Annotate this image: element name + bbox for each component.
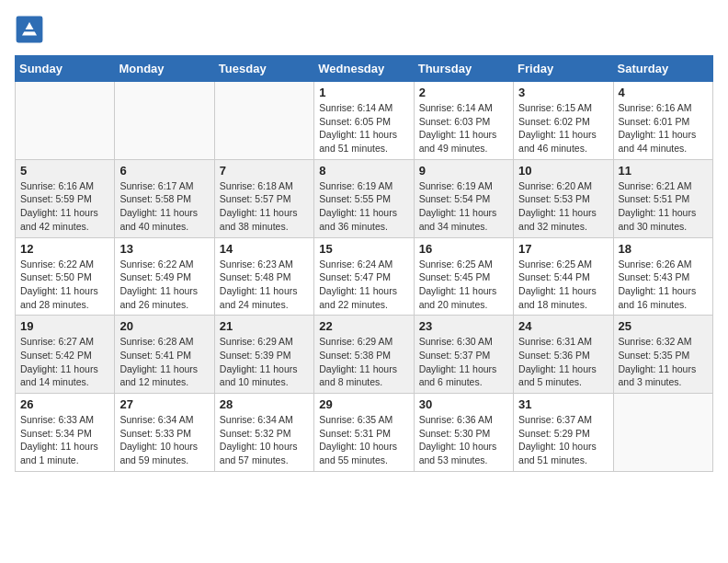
- calendar-cell: 16Sunrise: 6:25 AM Sunset: 5:45 PM Dayli…: [414, 237, 513, 316]
- calendar-cell: 24Sunrise: 6:31 AM Sunset: 5:36 PM Dayli…: [514, 316, 613, 394]
- day-info: Sunrise: 6:18 AM Sunset: 5:57 PM Dayligh…: [220, 179, 309, 234]
- calendar-table: SundayMondayTuesdayWednesdayThursdayFrid…: [15, 55, 713, 472]
- day-number: 4: [619, 86, 708, 99]
- calendar-week-row: 1Sunrise: 6:14 AM Sunset: 6:05 PM Daylig…: [16, 82, 713, 160]
- calendar-cell: 15Sunrise: 6:24 AM Sunset: 5:47 PM Dayli…: [314, 237, 414, 316]
- day-info: Sunrise: 6:34 AM Sunset: 5:33 PM Dayligh…: [119, 413, 209, 467]
- calendar-cell: 26Sunrise: 6:33 AM Sunset: 5:34 PM Dayli…: [16, 394, 115, 472]
- day-number: 31: [518, 397, 608, 411]
- calendar-week-row: 26Sunrise: 6:33 AM Sunset: 5:34 PM Dayli…: [16, 394, 713, 472]
- day-info: Sunrise: 6:17 AM Sunset: 5:58 PM Dayligh…: [119, 179, 209, 234]
- day-info: Sunrise: 6:24 AM Sunset: 5:47 PM Dayligh…: [319, 258, 408, 312]
- day-number: 5: [20, 164, 109, 178]
- day-info: Sunrise: 6:15 AM Sunset: 6:02 PM Dayligh…: [518, 101, 608, 155]
- day-info: Sunrise: 6:25 AM Sunset: 5:45 PM Dayligh…: [419, 258, 508, 312]
- svg-rect-2: [24, 29, 36, 31]
- day-info: Sunrise: 6:22 AM Sunset: 5:49 PM Dayligh…: [119, 258, 209, 312]
- calendar-cell: 1Sunrise: 6:14 AM Sunset: 6:05 PM Daylig…: [314, 82, 414, 160]
- calendar-cell: 12Sunrise: 6:22 AM Sunset: 5:50 PM Dayli…: [16, 237, 115, 316]
- day-info: Sunrise: 6:27 AM Sunset: 5:42 PM Dayligh…: [20, 335, 109, 389]
- calendar-cell: 3Sunrise: 6:15 AM Sunset: 6:02 PM Daylig…: [514, 82, 613, 160]
- day-info: Sunrise: 6:19 AM Sunset: 5:54 PM Dayligh…: [419, 179, 508, 234]
- day-info: Sunrise: 6:33 AM Sunset: 5:34 PM Dayligh…: [20, 413, 109, 467]
- weekday-header-thursday: Thursday: [414, 56, 513, 82]
- calendar-cell: [115, 82, 214, 160]
- day-number: 24: [518, 319, 608, 333]
- calendar-cell: 14Sunrise: 6:23 AM Sunset: 5:48 PM Dayli…: [214, 237, 313, 316]
- day-info: Sunrise: 6:35 AM Sunset: 5:31 PM Dayligh…: [319, 413, 408, 467]
- day-number: 25: [619, 319, 708, 333]
- weekday-header-friday: Friday: [514, 56, 613, 82]
- day-number: 18: [619, 242, 708, 256]
- day-info: Sunrise: 6:26 AM Sunset: 5:43 PM Dayligh…: [619, 258, 708, 312]
- calendar-cell: 22Sunrise: 6:29 AM Sunset: 5:38 PM Dayli…: [314, 316, 414, 394]
- day-number: 14: [220, 242, 309, 256]
- day-info: Sunrise: 6:28 AM Sunset: 5:41 PM Dayligh…: [119, 335, 209, 389]
- day-number: 1: [319, 86, 408, 99]
- logo-icon: [15, 15, 44, 44]
- day-info: Sunrise: 6:36 AM Sunset: 5:30 PM Dayligh…: [419, 413, 508, 467]
- day-number: 22: [319, 319, 408, 333]
- day-number: 13: [119, 242, 209, 256]
- calendar-cell: 7Sunrise: 6:18 AM Sunset: 5:57 PM Daylig…: [214, 159, 313, 237]
- day-info: Sunrise: 6:22 AM Sunset: 5:50 PM Dayligh…: [20, 258, 109, 312]
- calendar-cell: 10Sunrise: 6:20 AM Sunset: 5:53 PM Dayli…: [514, 159, 613, 237]
- day-number: 26: [20, 397, 109, 411]
- calendar-cell: 20Sunrise: 6:28 AM Sunset: 5:41 PM Dayli…: [115, 316, 214, 394]
- day-number: 29: [319, 397, 408, 411]
- day-number: 23: [419, 319, 508, 333]
- calendar-cell: [613, 394, 712, 472]
- day-number: 10: [518, 164, 608, 178]
- day-info: Sunrise: 6:19 AM Sunset: 5:55 PM Dayligh…: [319, 179, 408, 234]
- weekday-header-wednesday: Wednesday: [314, 56, 414, 82]
- calendar-cell: 4Sunrise: 6:16 AM Sunset: 6:01 PM Daylig…: [613, 82, 712, 160]
- day-number: 17: [518, 242, 608, 256]
- day-number: 12: [20, 242, 109, 256]
- day-info: Sunrise: 6:30 AM Sunset: 5:37 PM Dayligh…: [419, 335, 508, 389]
- calendar-cell: [214, 82, 313, 160]
- weekday-header-saturday: Saturday: [613, 56, 712, 82]
- calendar-cell: 27Sunrise: 6:34 AM Sunset: 5:33 PM Dayli…: [115, 394, 214, 472]
- calendar-cell: 2Sunrise: 6:14 AM Sunset: 6:03 PM Daylig…: [414, 82, 513, 160]
- calendar-cell: 23Sunrise: 6:30 AM Sunset: 5:37 PM Dayli…: [414, 316, 513, 394]
- day-info: Sunrise: 6:29 AM Sunset: 5:38 PM Dayligh…: [319, 335, 408, 389]
- day-number: 8: [319, 164, 408, 178]
- day-info: Sunrise: 6:20 AM Sunset: 5:53 PM Dayligh…: [518, 179, 608, 234]
- weekday-header-tuesday: Tuesday: [214, 56, 313, 82]
- calendar-cell: 30Sunrise: 6:36 AM Sunset: 5:30 PM Dayli…: [414, 394, 513, 472]
- calendar-cell: 19Sunrise: 6:27 AM Sunset: 5:42 PM Dayli…: [16, 316, 115, 394]
- day-number: 2: [419, 86, 508, 99]
- day-info: Sunrise: 6:34 AM Sunset: 5:32 PM Dayligh…: [220, 413, 309, 467]
- calendar-header-row: SundayMondayTuesdayWednesdayThursdayFrid…: [16, 56, 713, 82]
- calendar-cell: 5Sunrise: 6:16 AM Sunset: 5:59 PM Daylig…: [16, 159, 115, 237]
- day-info: Sunrise: 6:14 AM Sunset: 6:05 PM Dayligh…: [319, 101, 408, 155]
- day-info: Sunrise: 6:29 AM Sunset: 5:39 PM Dayligh…: [220, 335, 309, 389]
- page-header: [15, 15, 713, 44]
- day-info: Sunrise: 6:16 AM Sunset: 6:01 PM Dayligh…: [619, 101, 708, 155]
- calendar-cell: 11Sunrise: 6:21 AM Sunset: 5:51 PM Dayli…: [613, 159, 712, 237]
- calendar-cell: [16, 82, 115, 160]
- day-info: Sunrise: 6:23 AM Sunset: 5:48 PM Dayligh…: [220, 258, 309, 312]
- day-number: 11: [619, 164, 708, 178]
- calendar-week-row: 12Sunrise: 6:22 AM Sunset: 5:50 PM Dayli…: [16, 237, 713, 316]
- calendar-cell: 28Sunrise: 6:34 AM Sunset: 5:32 PM Dayli…: [214, 394, 313, 472]
- day-info: Sunrise: 6:25 AM Sunset: 5:44 PM Dayligh…: [518, 258, 608, 312]
- day-number: 19: [20, 319, 109, 333]
- day-info: Sunrise: 6:14 AM Sunset: 6:03 PM Dayligh…: [419, 101, 508, 155]
- weekday-header-monday: Monday: [115, 56, 214, 82]
- calendar-cell: 29Sunrise: 6:35 AM Sunset: 5:31 PM Dayli…: [314, 394, 414, 472]
- calendar-cell: 17Sunrise: 6:25 AM Sunset: 5:44 PM Dayli…: [514, 237, 613, 316]
- day-number: 15: [319, 242, 408, 256]
- calendar-cell: 8Sunrise: 6:19 AM Sunset: 5:55 PM Daylig…: [314, 159, 414, 237]
- day-info: Sunrise: 6:16 AM Sunset: 5:59 PM Dayligh…: [20, 179, 109, 234]
- day-number: 3: [518, 86, 608, 99]
- day-info: Sunrise: 6:37 AM Sunset: 5:29 PM Dayligh…: [518, 413, 608, 467]
- calendar-cell: 21Sunrise: 6:29 AM Sunset: 5:39 PM Dayli…: [214, 316, 313, 394]
- logo: [15, 15, 48, 44]
- day-number: 28: [220, 397, 309, 411]
- day-number: 21: [220, 319, 309, 333]
- day-info: Sunrise: 6:32 AM Sunset: 5:35 PM Dayligh…: [619, 335, 708, 389]
- day-number: 30: [419, 397, 508, 411]
- calendar-cell: 13Sunrise: 6:22 AM Sunset: 5:49 PM Dayli…: [115, 237, 214, 316]
- day-info: Sunrise: 6:21 AM Sunset: 5:51 PM Dayligh…: [619, 179, 708, 234]
